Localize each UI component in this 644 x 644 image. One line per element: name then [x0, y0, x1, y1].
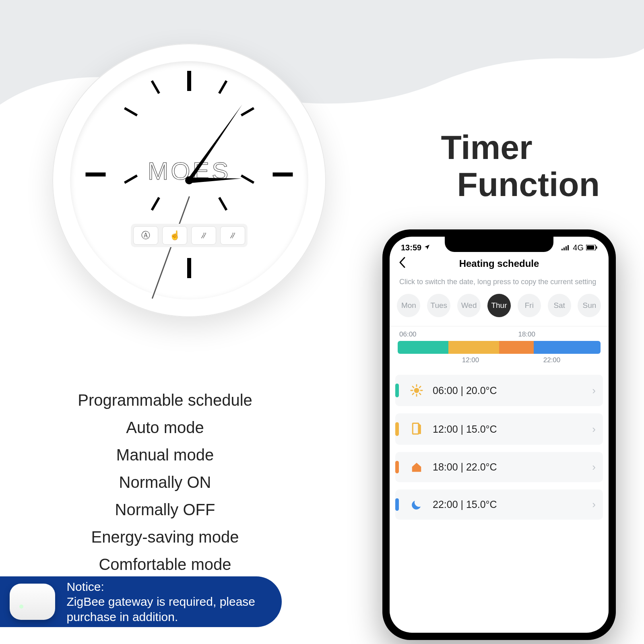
- notice-banner: Notice: ZigBee gateway is required, plea…: [0, 576, 282, 627]
- home-icon: [409, 461, 425, 473]
- schedule-row-text: 12:00 | 15.0°C: [433, 423, 592, 435]
- feature-list: Programmable schedule Auto mode Manual m…: [56, 386, 274, 578]
- day-tues[interactable]: Tues: [427, 294, 450, 317]
- tl-seg-4: [534, 341, 601, 354]
- chevron-right-icon: ›: [592, 423, 596, 436]
- headline-line1: Timer: [441, 129, 600, 166]
- row-accent: [395, 461, 399, 473]
- svg-rect-1: [564, 248, 565, 250]
- notice-body: ZigBee gateway is required, please purch…: [66, 595, 255, 623]
- schedule-row[interactable]: 06:00 | 20.0°C ›: [395, 375, 603, 406]
- clock-graphic: MOES Ⓐ ☝ ⫽ ⫽: [52, 43, 326, 317]
- schedule-list: 06:00 | 20.0°C › 12:00 | 15.0°C › 18:00 …: [390, 372, 609, 530]
- day-wed[interactable]: Wed: [457, 294, 481, 317]
- tl-seg-2: [448, 341, 499, 354]
- day-selector: Mon Tues Wed Thur Fri Sat Sun: [390, 292, 609, 326]
- day-fri[interactable]: Fri: [518, 294, 541, 317]
- phone-notch: [445, 237, 553, 252]
- tl-seg-1: [398, 341, 448, 354]
- svg-rect-3: [568, 245, 569, 250]
- app-title: Heating schedule: [459, 258, 539, 269]
- svg-rect-2: [566, 246, 567, 250]
- feature-item: Normally OFF: [56, 496, 274, 523]
- battery-icon: [586, 243, 597, 252]
- day-mon[interactable]: Mon: [397, 294, 420, 317]
- phone-mockup: 13:59 4G Heating schedule Click to: [382, 229, 616, 640]
- feature-item: Programmable schedule: [56, 386, 274, 414]
- hint-text: Click to switch the date, long press to …: [390, 276, 609, 292]
- svg-rect-5: [587, 246, 594, 250]
- sun-icon: [409, 384, 425, 397]
- location-icon: [424, 243, 430, 252]
- gateway-image: [10, 584, 55, 620]
- svg-point-7: [414, 388, 419, 393]
- schedule-row-text: 06:00 | 20.0°C: [433, 385, 592, 396]
- mode-hatch2-icon: ⫽: [220, 226, 245, 245]
- signal-icon: [561, 243, 570, 252]
- tl-label: 22:00: [543, 356, 561, 364]
- svg-line-12: [413, 386, 414, 388]
- day-sat[interactable]: Sat: [548, 294, 571, 317]
- back-button[interactable]: [398, 257, 406, 271]
- feature-item: Comfortable mode: [56, 551, 274, 578]
- headline-line2: Function: [441, 166, 600, 203]
- tl-seg-3: [499, 341, 534, 354]
- row-accent: [395, 422, 399, 436]
- svg-rect-0: [561, 249, 563, 250]
- feature-item: Manual mode: [56, 441, 274, 469]
- schedule-row-text: 18:00 | 22.0°C: [433, 461, 592, 473]
- chevron-right-icon: ›: [592, 384, 596, 397]
- schedule-row[interactable]: 18:00 | 22.0°C ›: [395, 452, 603, 482]
- svg-rect-6: [596, 246, 597, 249]
- tl-label: 06:00: [399, 330, 417, 339]
- moon-icon: [409, 499, 425, 511]
- door-icon: [409, 422, 425, 436]
- svg-rect-16: [413, 423, 419, 434]
- mode-hatch1-icon: ⫽: [191, 226, 216, 245]
- chevron-right-icon: ›: [592, 461, 596, 473]
- schedule-row[interactable]: 12:00 | 15.0°C ›: [395, 413, 603, 445]
- mode-manual-icon: ☝: [162, 226, 187, 245]
- day-thur[interactable]: Thur: [487, 294, 511, 317]
- day-sun[interactable]: Sun: [578, 294, 601, 317]
- svg-line-13: [419, 393, 421, 394]
- notice-title: Notice:: [66, 579, 282, 594]
- timeline: 06:00 18:00 12:00 22:00: [390, 326, 609, 372]
- chevron-right-icon: ›: [592, 498, 596, 511]
- app-header: Heating schedule: [390, 254, 609, 276]
- headline: Timer Function: [441, 129, 600, 203]
- row-accent: [395, 384, 399, 397]
- feature-item: Auto mode: [56, 414, 274, 441]
- timeline-bar[interactable]: [398, 341, 601, 354]
- clock-mode-row: Ⓐ ☝ ⫽ ⫽: [131, 224, 248, 247]
- svg-line-15: [419, 386, 421, 388]
- feature-item: Energy-saving mode: [56, 523, 274, 551]
- mode-auto-icon: Ⓐ: [133, 226, 158, 245]
- network-label: 4G: [573, 243, 584, 252]
- status-time: 13:59: [401, 243, 421, 252]
- schedule-row-text: 22:00 | 15.0°C: [433, 499, 592, 510]
- tl-label: 12:00: [462, 356, 479, 364]
- tl-label: 18:00: [518, 330, 535, 339]
- svg-line-14: [413, 393, 414, 394]
- schedule-row[interactable]: 22:00 | 15.0°C ›: [395, 489, 603, 520]
- feature-item: Normally ON: [56, 469, 274, 496]
- row-accent: [395, 498, 399, 511]
